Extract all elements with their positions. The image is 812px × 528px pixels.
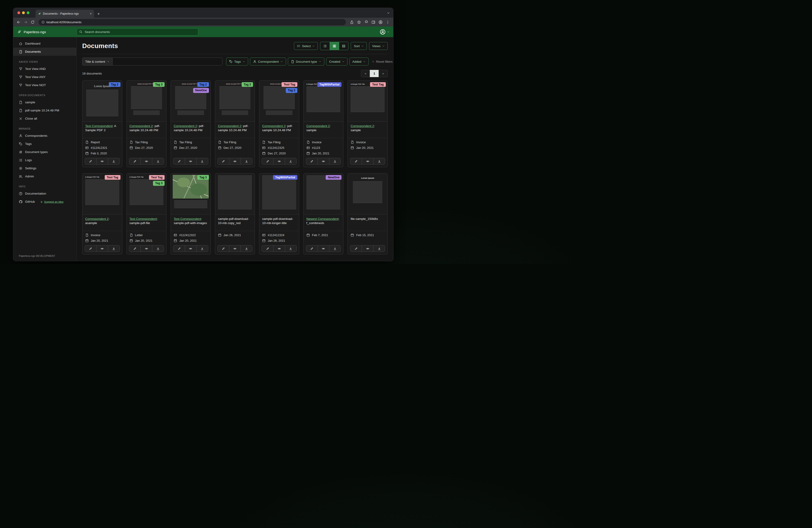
reset-filters-button[interactable]: Reset filters (372, 60, 393, 63)
extensions-puzzle-icon[interactable] (364, 20, 368, 24)
window-close-button[interactable] (17, 11, 20, 14)
view-button[interactable] (229, 245, 241, 252)
edit-button[interactable] (218, 245, 229, 252)
filter-button-correspondent[interactable]: Correspondent (250, 58, 286, 66)
document-card-4[interactable]: Adobe Acrobat PDF Files Tag 3 Correspond… (215, 80, 255, 167)
download-button[interactable] (241, 245, 252, 252)
sidebar-item-settings[interactable]: Settings (13, 164, 76, 172)
tag-badge-test-tag[interactable]: Test Tag (149, 175, 165, 180)
download-button[interactable] (152, 245, 164, 252)
view-button[interactable] (318, 158, 329, 165)
download-button[interactable] (108, 158, 119, 165)
tab-close-icon[interactable]: × (90, 12, 92, 16)
tag-badge-newone[interactable]: NewOne (193, 88, 209, 92)
sidebar-item-test-view-and[interactable]: Test View AND (13, 65, 76, 73)
edit-button[interactable] (173, 158, 185, 165)
download-button[interactable] (285, 158, 296, 165)
tag-badge-tag-3[interactable]: Tag 3 (242, 82, 253, 87)
view-button[interactable] (96, 158, 108, 165)
next-page-button[interactable]: » (379, 70, 388, 77)
view-button[interactable] (229, 158, 241, 165)
document-thumbnail[interactable]: Adobe Acrobat PDF Files Test TagTag 2 (259, 81, 299, 122)
edit-button[interactable] (262, 158, 273, 165)
sidebar-item-pdf-sample-10-24-48-pm[interactable]: pdf-sample 10.24.48 PM (13, 106, 76, 114)
download-button[interactable] (373, 158, 385, 165)
download-button[interactable] (329, 245, 341, 252)
list-view-button[interactable] (320, 42, 330, 50)
filter-field-button[interactable]: Title & content (82, 58, 113, 66)
side-panel-icon[interactable] (372, 20, 375, 24)
edit-button[interactable] (218, 158, 229, 165)
search-input[interactable] (84, 30, 196, 34)
document-thumbnail[interactable]: Lorem ipsum (348, 173, 388, 215)
reload-icon[interactable] (31, 20, 34, 24)
previous-page-button[interactable]: « (361, 70, 370, 77)
tag-badge-tagwithpartial[interactable]: TagWithPartial (317, 82, 342, 87)
document-thumbnail[interactable]: A Simple PDF File Test TagTag 3 (127, 173, 166, 215)
filter-button-created[interactable]: Created (326, 58, 348, 66)
correspondent-link[interactable]: Correspondent 2 (85, 217, 108, 220)
correspondent-link[interactable]: Correspondent 2 (218, 124, 242, 128)
download-button[interactable] (108, 245, 119, 252)
tag-badge-tag-2[interactable]: Tag 2 (286, 88, 298, 92)
correspondent-link[interactable]: Correspondent 2 (350, 124, 374, 128)
download-button[interactable] (197, 158, 208, 165)
sidebar-item-documentation[interactable]: Documentation (13, 189, 76, 198)
correspondent-link[interactable]: Correspondent 2 (262, 124, 286, 128)
correspondent-link[interactable]: Correspondent 2 (130, 124, 153, 128)
sidebar-item-github[interactable]: GitHub Suggest an idea (13, 198, 76, 206)
document-card-13[interactable]: NewOne Newest Correspondent: f_combineds… (303, 173, 344, 255)
tag-badge-test-tag[interactable]: Test Tag (370, 82, 386, 87)
sidebar-item-sample[interactable]: sample (13, 98, 76, 106)
window-zoom-button[interactable] (27, 11, 29, 14)
sidebar-item-documents[interactable]: Documents (13, 47, 76, 56)
download-button[interactable] (285, 245, 296, 252)
browser-tab[interactable]: Documents - Paperless-ngx × (35, 10, 94, 18)
document-thumbnail[interactable]: A Simple PDF File Test Tag (83, 173, 122, 215)
browser-menu-icon[interactable] (386, 20, 390, 24)
view-button[interactable] (362, 158, 373, 165)
document-card-10[interactable]: Tag 3 Test Correspondent: sample-pdf-wit… (171, 173, 211, 255)
tag-badge-test-tag[interactable]: Test Tag (281, 82, 298, 87)
document-card-8[interactable]: A Simple PDF File Test Tag Correspondent… (82, 173, 122, 255)
document-card-1[interactable]: Lorem Ipsum Tag 2 Test Correspondent: A … (82, 80, 122, 167)
view-button[interactable] (362, 245, 373, 252)
document-card-3[interactable]: Adobe Acrobat PDF Files Tag 2NewOne Corr… (171, 80, 211, 167)
document-card-7[interactable]: A Simple PDF File Test Tag Correspondent… (348, 80, 388, 167)
correspondent-link[interactable]: Test Correspondent (85, 124, 113, 128)
window-minimize-button[interactable] (22, 11, 25, 14)
sidebar-item-dashboard[interactable]: Dashboard (13, 40, 76, 47)
tag-badge-newone[interactable]: NewOne (326, 175, 342, 180)
tag-badge-tag-3[interactable]: Tag 3 (153, 181, 164, 186)
sidebar-item-logs[interactable]: Logs (13, 156, 76, 164)
view-button[interactable] (185, 245, 197, 252)
document-thumbnail[interactable] (215, 173, 255, 215)
tag-badge-tag-3[interactable]: Tag 3 (153, 82, 164, 87)
download-button[interactable] (329, 158, 341, 165)
view-button[interactable] (141, 245, 152, 252)
sidebar-item-admin[interactable]: Admin (13, 172, 76, 181)
views-button[interactable]: Views (369, 42, 388, 50)
correspondent-link[interactable]: Newest Correspondent (306, 217, 338, 220)
edit-button[interactable] (129, 245, 141, 252)
sidebar-item-close-all[interactable]: Close all (13, 114, 76, 123)
edit-button[interactable] (350, 158, 362, 165)
correspondent-link[interactable]: Test Correspondent (174, 217, 201, 220)
tab-search-chevron-icon[interactable] (387, 11, 390, 15)
document-card-2[interactable]: Adobe Acrobat PDF Files Tag 3 Correspond… (127, 80, 167, 167)
edit-button[interactable] (85, 245, 96, 252)
page-1-button[interactable]: 1 (370, 70, 379, 77)
app-brand[interactable]: Paperless-ngx (17, 29, 46, 34)
download-button[interactable] (373, 245, 385, 252)
back-icon[interactable] (17, 20, 21, 24)
download-button[interactable] (152, 158, 164, 165)
edit-button[interactable] (306, 158, 318, 165)
suggest-idea-link[interactable]: Suggest an idea (40, 200, 63, 203)
view-button[interactable] (273, 158, 285, 165)
sidebar-item-correspondents[interactable]: Correspondents (13, 132, 76, 140)
document-card-9[interactable]: A Simple PDF File Test TagTag 3 Test Cor… (127, 173, 167, 255)
sidebar-item-document-types[interactable]: Document types (13, 148, 76, 156)
view-button[interactable] (185, 158, 197, 165)
edit-button[interactable] (85, 158, 96, 165)
sidebar-item-tags[interactable]: Tags (13, 140, 76, 148)
